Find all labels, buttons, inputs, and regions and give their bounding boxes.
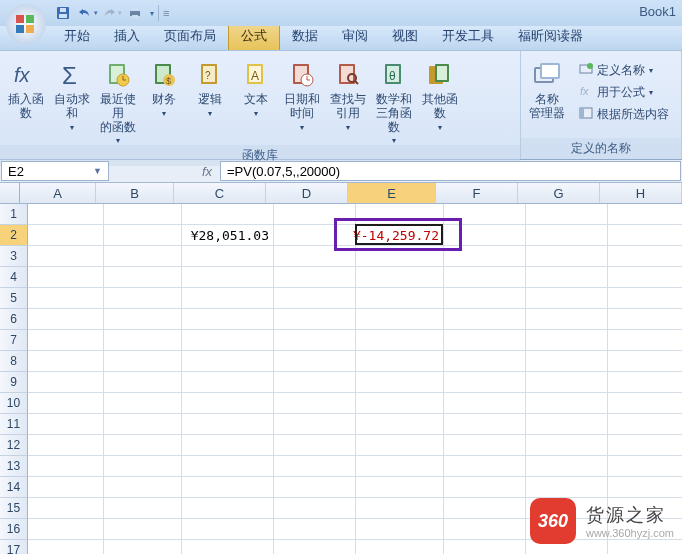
- logical-button[interactable]: ?逻辑▾: [188, 55, 232, 145]
- cell-H8[interactable]: [608, 351, 682, 372]
- cell-F15[interactable]: [444, 498, 526, 519]
- cell-C10[interactable]: [182, 393, 274, 414]
- text-button[interactable]: A文本▾: [234, 55, 278, 145]
- cell-E5[interactable]: [356, 288, 444, 309]
- cell-A10[interactable]: [28, 393, 104, 414]
- cell-D2[interactable]: [274, 225, 356, 246]
- cell-G7[interactable]: [526, 330, 608, 351]
- formula-input[interactable]: =PV(0.07,5,,20000): [220, 161, 681, 181]
- cell-A15[interactable]: [28, 498, 104, 519]
- financial-button[interactable]: $财务▾: [142, 55, 186, 145]
- cell-H1[interactable]: [608, 204, 682, 225]
- row-header-9[interactable]: 9: [0, 372, 28, 393]
- cell-A4[interactable]: [28, 267, 104, 288]
- cell-D1[interactable]: [274, 204, 356, 225]
- cell-D5[interactable]: [274, 288, 356, 309]
- quickprint-icon[interactable]: [124, 3, 146, 23]
- row-header-3[interactable]: 3: [0, 246, 28, 267]
- cell-F9[interactable]: [444, 372, 526, 393]
- cell-C2[interactable]: ¥28,051.03: [182, 225, 274, 246]
- cell-H5[interactable]: [608, 288, 682, 309]
- cell-E9[interactable]: [356, 372, 444, 393]
- cell-D8[interactable]: [274, 351, 356, 372]
- use-name-button[interactable]: fx用于公式 ▾: [575, 83, 673, 102]
- cell-E1[interactable]: [356, 204, 444, 225]
- cell-A1[interactable]: [28, 204, 104, 225]
- math-button[interactable]: θ数学和 三角函数▾: [372, 55, 416, 145]
- cell-A13[interactable]: [28, 456, 104, 477]
- row-header-11[interactable]: 11: [0, 414, 28, 435]
- tab-福昕阅读器[interactable]: 福昕阅读器: [506, 23, 595, 50]
- col-header-H[interactable]: H: [600, 183, 682, 203]
- row-header-8[interactable]: 8: [0, 351, 28, 372]
- cell-B9[interactable]: [104, 372, 182, 393]
- cell-F5[interactable]: [444, 288, 526, 309]
- col-header-C[interactable]: C: [174, 183, 266, 203]
- cell-D10[interactable]: [274, 393, 356, 414]
- more-button[interactable]: 其他函数▾: [418, 55, 462, 145]
- cell-H13[interactable]: [608, 456, 682, 477]
- cell-D6[interactable]: [274, 309, 356, 330]
- row-header-1[interactable]: 1: [0, 204, 28, 225]
- cell-A8[interactable]: [28, 351, 104, 372]
- cell-F12[interactable]: [444, 435, 526, 456]
- cell-F10[interactable]: [444, 393, 526, 414]
- cell-B12[interactable]: [104, 435, 182, 456]
- cell-D3[interactable]: [274, 246, 356, 267]
- cell-G9[interactable]: [526, 372, 608, 393]
- cell-D16[interactable]: [274, 519, 356, 540]
- tab-数据[interactable]: 数据: [280, 23, 330, 50]
- cell-E6[interactable]: [356, 309, 444, 330]
- cell-F3[interactable]: [444, 246, 526, 267]
- cell-E8[interactable]: [356, 351, 444, 372]
- row-header-7[interactable]: 7: [0, 330, 28, 351]
- row-header-17[interactable]: 17: [0, 540, 28, 554]
- cell-C8[interactable]: [182, 351, 274, 372]
- cell-G13[interactable]: [526, 456, 608, 477]
- cell-H10[interactable]: [608, 393, 682, 414]
- cell-B10[interactable]: [104, 393, 182, 414]
- autosum-button[interactable]: Σ自动求和▾: [50, 55, 94, 145]
- cell-A5[interactable]: [28, 288, 104, 309]
- cell-D9[interactable]: [274, 372, 356, 393]
- cell-B6[interactable]: [104, 309, 182, 330]
- cell-D4[interactable]: [274, 267, 356, 288]
- recent-button[interactable]: 最近使用 的函数▾: [96, 55, 140, 145]
- cell-F16[interactable]: [444, 519, 526, 540]
- row-header-14[interactable]: 14: [0, 477, 28, 498]
- cell-A12[interactable]: [28, 435, 104, 456]
- row-header-10[interactable]: 10: [0, 393, 28, 414]
- cell-A11[interactable]: [28, 414, 104, 435]
- cell-E15[interactable]: [356, 498, 444, 519]
- cell-H4[interactable]: [608, 267, 682, 288]
- cell-C9[interactable]: [182, 372, 274, 393]
- cell-F8[interactable]: [444, 351, 526, 372]
- cell-C5[interactable]: [182, 288, 274, 309]
- cell-C16[interactable]: [182, 519, 274, 540]
- col-header-G[interactable]: G: [518, 183, 600, 203]
- row-header-13[interactable]: 13: [0, 456, 28, 477]
- cell-E12[interactable]: [356, 435, 444, 456]
- cell-C14[interactable]: [182, 477, 274, 498]
- cell-C15[interactable]: [182, 498, 274, 519]
- fx-icon[interactable]: fx: [202, 164, 212, 179]
- cell-A9[interactable]: [28, 372, 104, 393]
- cell-B11[interactable]: [104, 414, 182, 435]
- cell-E14[interactable]: [356, 477, 444, 498]
- cell-F7[interactable]: [444, 330, 526, 351]
- cell-C3[interactable]: [182, 246, 274, 267]
- row-header-2[interactable]: 2: [0, 225, 28, 246]
- cell-D7[interactable]: [274, 330, 356, 351]
- tab-页面布局[interactable]: 页面布局: [152, 23, 228, 50]
- cell-F14[interactable]: [444, 477, 526, 498]
- cell-F17[interactable]: [444, 540, 526, 554]
- name-box[interactable]: E2 ▼: [1, 161, 109, 181]
- qat-customize-icon[interactable]: ▾: [150, 9, 154, 18]
- cell-D12[interactable]: [274, 435, 356, 456]
- cell-G4[interactable]: [526, 267, 608, 288]
- cell-A6[interactable]: [28, 309, 104, 330]
- datetime-button[interactable]: 日期和 时间▾: [280, 55, 324, 145]
- cell-A2[interactable]: [28, 225, 104, 246]
- cell-G3[interactable]: [526, 246, 608, 267]
- cell-G8[interactable]: [526, 351, 608, 372]
